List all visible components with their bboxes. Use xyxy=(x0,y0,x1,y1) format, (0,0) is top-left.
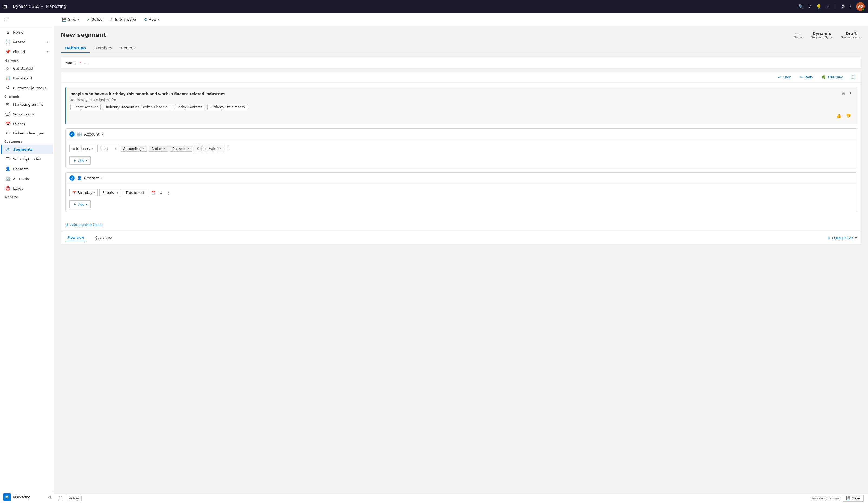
top-nav-right: 🔍 ✓ 💡 ＋ ⚙ ? AD xyxy=(798,2,865,11)
sidebar-item-recent[interactable]: 🕐 Recent ▾ xyxy=(1,37,53,47)
redo-button[interactable]: ↪ Redo xyxy=(798,74,815,80)
ai-more-icon[interactable]: ⋮ xyxy=(848,92,852,96)
save-icon: 💾 xyxy=(62,17,66,22)
account-chevron-icon[interactable]: ▾ xyxy=(102,132,103,136)
sidebar-collapse-button[interactable]: ☰ xyxy=(1,15,11,25)
tree-view-button[interactable]: 🌿 Tree view xyxy=(819,74,845,80)
sidebar-item-accounts[interactable]: 🏢 Accounts xyxy=(1,174,53,183)
field-list-icon: ≡ xyxy=(72,147,75,151)
home-icon: ⌂ xyxy=(6,30,10,35)
recent-icon: 🕐 xyxy=(6,40,10,44)
social-icon: 💬 xyxy=(6,112,10,117)
status-expand-icon[interactable]: ⛶ xyxy=(59,496,62,501)
sidebar-item-contacts[interactable]: 👤 Contacts xyxy=(1,164,53,173)
tab-members[interactable]: Members xyxy=(90,44,116,53)
filter-row-more-icon[interactable]: ⋮ xyxy=(226,145,232,153)
calendar-icon[interactable]: 📅 xyxy=(150,189,157,196)
birthday-field-icon: 📅 xyxy=(72,191,76,194)
account-block-name: Account xyxy=(84,132,100,136)
select-value-dropdown[interactable]: Select value ▾ xyxy=(194,145,224,152)
birthday-filter-more-icon[interactable]: ⋮ xyxy=(165,189,172,197)
tab-definition[interactable]: Definition xyxy=(61,44,90,53)
ai-thumbsup-button[interactable]: 👍 xyxy=(835,112,843,120)
sidebar-item-linkedin[interactable]: in LinkedIn lead gen xyxy=(1,129,53,138)
status-save-button[interactable]: 💾 Save xyxy=(843,495,864,502)
expand-button[interactable]: ⛶ xyxy=(849,74,857,80)
ai-description: people who have a birthday this month an… xyxy=(70,92,852,96)
email-icon: ✉ xyxy=(6,102,10,107)
sidebar-item-get-started[interactable]: ▷ Get started xyxy=(1,64,53,73)
sidebar-top: ☰ xyxy=(0,13,54,27)
avatar[interactable]: AD xyxy=(856,2,865,11)
check-circle-icon[interactable]: ✓ xyxy=(808,4,812,9)
birthday-value-select[interactable]: This month xyxy=(123,189,148,196)
required-star: * xyxy=(79,61,81,65)
go-live-button[interactable]: ✓ Go live xyxy=(83,16,106,23)
sidebar-item-home[interactable]: ⌂ Home xyxy=(1,28,53,37)
lightbulb-icon[interactable]: 💡 xyxy=(816,4,822,9)
operator-select[interactable]: is in ▾ xyxy=(97,145,119,152)
expand-icon: ⛶ xyxy=(851,75,855,79)
pin-icon: 📌 xyxy=(6,49,10,54)
sidebar-item-pinned[interactable]: 📌 Pinned ▾ xyxy=(1,47,53,57)
meta-status: Draft Status reason xyxy=(841,31,861,39)
estimate-chevron-icon[interactable]: ▾ xyxy=(855,236,857,240)
sidebar-item-segments[interactable]: ◎ Segments xyxy=(1,145,53,154)
industry-field-select[interactable]: ≡ Industry ▾ xyxy=(69,145,96,152)
app-name[interactable]: Dynamic 365 ▾ xyxy=(13,4,43,9)
bottom-right: ▷ Estimate size ▾ xyxy=(828,236,857,240)
help-icon[interactable]: ? xyxy=(850,4,852,9)
waffle-icon[interactable]: ⊞ xyxy=(3,4,7,10)
sidebar-item-social-posts[interactable]: 💬 Social posts xyxy=(1,110,53,119)
page-content: New segment --- Name Dynamic Segment Typ… xyxy=(54,26,868,493)
tag-accounting: Accounting ✕ xyxy=(121,146,147,152)
flow-view-button[interactable]: Flow view xyxy=(65,234,86,241)
sidebar-item-customer-journeys[interactable]: ↺ Customer journeys xyxy=(1,83,53,92)
account-add-button[interactable]: ＋ Add ▾ xyxy=(69,157,91,164)
undo-icon: ↩ xyxy=(778,75,781,79)
tab-general[interactable]: General xyxy=(116,44,140,53)
leads-icon: 🎯 xyxy=(6,186,10,191)
error-checker-button[interactable]: ⚠ Error checker xyxy=(107,16,140,23)
undo-button[interactable]: ↩ Undo xyxy=(776,74,793,80)
contact-chevron-icon[interactable]: ▾ xyxy=(101,177,103,180)
tag-broker: Broker ✕ xyxy=(149,146,168,152)
shuffle-icon[interactable]: ⇄ xyxy=(158,189,164,196)
sidebar-item-subscription-list[interactable]: ☰ Subscription list xyxy=(1,154,53,164)
birthday-field-select[interactable]: 📅 Birthday ▾ xyxy=(69,189,98,196)
settings-icon[interactable]: ⚙ xyxy=(841,4,845,9)
ai-collapse-icon[interactable]: ⊠ xyxy=(842,92,845,96)
add-icon[interactable]: ＋ xyxy=(826,4,830,10)
contact-block-name: Contact xyxy=(84,176,99,180)
ai-thumbsdown-button[interactable]: 👎 xyxy=(845,112,852,120)
contact-add-icon: ＋ xyxy=(73,202,76,207)
go-live-icon: ✓ xyxy=(87,17,90,22)
module-switcher[interactable]: M Marketing ◁ xyxy=(0,491,54,503)
search-icon[interactable]: 🔍 xyxy=(798,4,804,9)
field-select-chevron-icon: ▾ xyxy=(92,148,93,150)
meta-name: --- Name xyxy=(794,31,803,39)
query-view-button[interactable]: Query view xyxy=(93,234,115,241)
account-check-icon: ✓ xyxy=(69,131,75,137)
module-logo: M xyxy=(3,493,11,501)
tag-accounting-remove[interactable]: ✕ xyxy=(143,147,145,150)
birthday-operator-select[interactable]: Equals ▾ xyxy=(100,189,121,196)
sidebar-item-leads[interactable]: 🎯 Leads xyxy=(1,184,53,193)
contact-add-button[interactable]: ＋ Add ▾ xyxy=(69,200,91,209)
tag-financial-remove[interactable]: ✕ xyxy=(187,147,190,150)
sidebar-item-dashboard[interactable]: 📊 Dashboard xyxy=(1,73,53,83)
add-another-block-button[interactable]: ⊕ Add another block xyxy=(61,221,861,231)
tag-broker-remove[interactable]: ✕ xyxy=(163,147,165,150)
dashboard-icon: 📊 xyxy=(6,76,10,80)
ai-tag-0: Entity: Account xyxy=(70,104,101,110)
flow-button[interactable]: ⟲ Flow ▾ xyxy=(141,16,162,23)
contact-block-header: ✓ 👤 Contact ▾ xyxy=(65,173,857,184)
sidebar-item-marketing-emails[interactable]: ✉ Marketing emails xyxy=(1,100,53,109)
account-block-body: ≡ Industry ▾ is in ▾ Accounting xyxy=(65,140,857,168)
estimate-size-button[interactable]: ▷ Estimate size xyxy=(828,236,853,240)
status-bar-right: Unsaved changes 💾 Save xyxy=(810,495,864,502)
save-button[interactable]: 💾 Save ▾ xyxy=(59,16,82,23)
recent-chevron-icon: ▾ xyxy=(47,41,49,44)
sidebar-item-events[interactable]: 📅 Events xyxy=(1,119,53,129)
filter-blocks: ✓ 🏢 Account ▾ ≡ Industry ▾ xyxy=(61,129,861,221)
